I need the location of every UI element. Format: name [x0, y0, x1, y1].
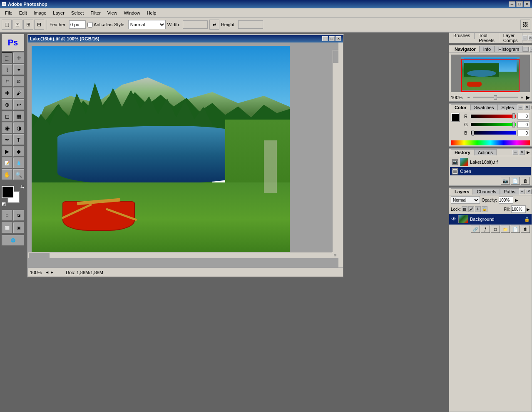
color-spectrum[interactable] [451, 140, 530, 145]
close-button[interactable]: ✕ [524, 1, 530, 7]
default-colors-icon[interactable]: ◩ [2, 201, 6, 207]
marquee-option-btn3[interactable]: ⊞ [23, 20, 33, 30]
r-thumb[interactable] [512, 113, 515, 119]
g-value[interactable]: 0 [517, 121, 529, 128]
history-item-snapshot[interactable]: 📷 Lake(16bit).tif [450, 157, 531, 167]
vertical-scrollbar[interactable] [332, 50, 338, 258]
top-tab-controls[interactable]: ─ ✕ [522, 35, 532, 40]
move-tool[interactable]: ✛ [13, 52, 24, 63]
pen-tool[interactable]: ✒ [2, 134, 12, 145]
menu-help[interactable]: Help [144, 10, 160, 16]
delete-state-btn[interactable]: 🗑 [521, 177, 530, 185]
history-menu-btn[interactable]: ▶ [527, 150, 530, 155]
style-select[interactable]: Normal Fixed Ratio Fixed Size [128, 20, 166, 29]
clone-tool[interactable]: ⊕ [2, 99, 12, 110]
menu-window[interactable]: Window [121, 10, 144, 16]
hand-tool[interactable]: ✋ [2, 169, 12, 180]
lock-all-icon[interactable]: 🔒 [482, 206, 487, 212]
g-thumb[interactable] [512, 122, 515, 127]
lasso-tool[interactable]: ⌇ [2, 64, 12, 75]
doc-close-btn[interactable]: ✕ [336, 36, 341, 41]
navigator-controls[interactable]: ─ ✕ ▶ [523, 47, 532, 52]
foreground-color[interactable] [2, 186, 14, 198]
color-controls[interactable]: ─ ✕ ▶ [517, 105, 532, 110]
tab-styles[interactable]: Styles [497, 104, 517, 110]
screen-mode-btn2[interactable]: ▣ [13, 222, 24, 233]
layer-background[interactable]: 👁 Background 🔒 [449, 214, 532, 225]
b-thumb[interactable] [472, 130, 474, 136]
color-close-btn[interactable]: ✕ [524, 105, 530, 110]
image-canvas[interactable] [32, 46, 290, 256]
top-panel-minimize[interactable]: ─ [522, 35, 527, 40]
blend-mode-select[interactable]: Normal Multiply Screen [451, 196, 480, 204]
status-arrow-section[interactable]: ◄ ► [45, 270, 54, 275]
zoom-plus-btn[interactable]: + [520, 95, 525, 100]
healing-tool[interactable]: ✚ [2, 87, 12, 98]
fill-arrow[interactable]: ▶ [527, 207, 530, 212]
delete-layer-btn[interactable]: 🗑 [521, 225, 530, 233]
lock-position-icon[interactable]: ✛ [475, 206, 481, 212]
screen-mode-btn1[interactable]: ⬜ [2, 222, 12, 233]
shape-tool[interactable]: ◆ [13, 146, 24, 157]
tab-swatches[interactable]: Swatches [470, 104, 498, 110]
r-value[interactable]: 0 [517, 113, 529, 120]
anti-alias-checkbox[interactable] [87, 22, 93, 27]
swap-btn[interactable]: ⇄ [209, 20, 219, 30]
path-select-tool[interactable]: ▶ [2, 146, 12, 157]
zoom-tool[interactable]: 🔍 [13, 169, 24, 180]
menu-file[interactable]: File [2, 10, 16, 16]
menu-edit[interactable]: Edit [16, 10, 30, 16]
status-left-arrow[interactable]: ◄ [45, 270, 49, 275]
jump-to-btn[interactable]: 🌐 [2, 235, 24, 246]
dodge-tool[interactable]: ◑ [13, 122, 24, 133]
minimize-button[interactable]: ─ [509, 1, 515, 7]
new-layer-btn[interactable]: 📄 [511, 225, 520, 233]
tab-navigator[interactable]: Navigator [451, 46, 480, 52]
text-tool[interactable]: T [13, 134, 24, 145]
r-slider[interactable] [471, 115, 516, 118]
tab-paths[interactable]: Paths [500, 188, 519, 195]
tab-layer-comps[interactable]: Layer Comps [499, 32, 522, 44]
top-panel-close[interactable]: ✕ [528, 35, 532, 40]
menu-select[interactable]: Select [68, 10, 87, 16]
menu-image[interactable]: Image [30, 10, 50, 16]
tab-tool-presets[interactable]: Tool Presets [475, 32, 499, 44]
fg-color-swatch[interactable] [451, 113, 460, 122]
g-slider[interactable] [471, 123, 516, 126]
marquee-tool[interactable]: ⬚ [2, 52, 12, 63]
quick-mask-mode[interactable]: ◪ [13, 210, 24, 221]
marquee-option-btn1[interactable]: ⬚ [2, 20, 12, 30]
eyedropper-tool[interactable]: 💧 [13, 157, 24, 168]
history-minimize-btn[interactable]: ─ [512, 150, 518, 155]
menu-layer[interactable]: Layer [50, 10, 68, 16]
tab-channels[interactable]: Channels [473, 188, 500, 195]
brush-tool[interactable]: 🖌 [13, 87, 24, 98]
height-input[interactable] [238, 20, 263, 29]
magic-wand-tool[interactable]: ✦ [13, 64, 24, 75]
menu-view[interactable]: View [104, 10, 121, 16]
lock-transparency-icon[interactable]: ▦ [462, 206, 467, 212]
tab-color[interactable]: Color [451, 104, 470, 110]
tab-info[interactable]: Info [480, 46, 495, 52]
tab-histogram[interactable]: Histogram [495, 46, 523, 52]
feather-input[interactable] [69, 20, 86, 29]
history-brush-tool[interactable]: ↩ [13, 99, 24, 110]
extra-btn[interactable]: 🖼 [520, 20, 530, 30]
lock-paint-icon[interactable]: 🖌 [468, 206, 474, 212]
tab-layers[interactable]: Layers [451, 188, 473, 195]
status-right-arrow[interactable]: ► [50, 270, 54, 275]
new-group-btn[interactable]: 📁 [501, 225, 510, 233]
history-close-btn[interactable]: ✕ [519, 150, 525, 155]
notes-tool[interactable]: 📝 [2, 157, 12, 168]
history-item-open[interactable]: Open [450, 167, 531, 175]
menu-filter[interactable]: Filter [87, 10, 104, 16]
layers-close-btn[interactable]: ✕ [526, 189, 532, 194]
v-scroll-thumb[interactable] [333, 50, 338, 63]
document-controls[interactable]: ─ □ ✕ [322, 36, 341, 41]
crop-tool[interactable]: ⌗ [2, 76, 12, 87]
b-slider[interactable] [471, 131, 516, 135]
tab-history[interactable]: History [451, 149, 474, 155]
tab-actions[interactable]: Actions [474, 149, 497, 155]
swap-colors-icon[interactable]: ⇆ [20, 184, 24, 190]
width-input[interactable] [183, 20, 208, 29]
